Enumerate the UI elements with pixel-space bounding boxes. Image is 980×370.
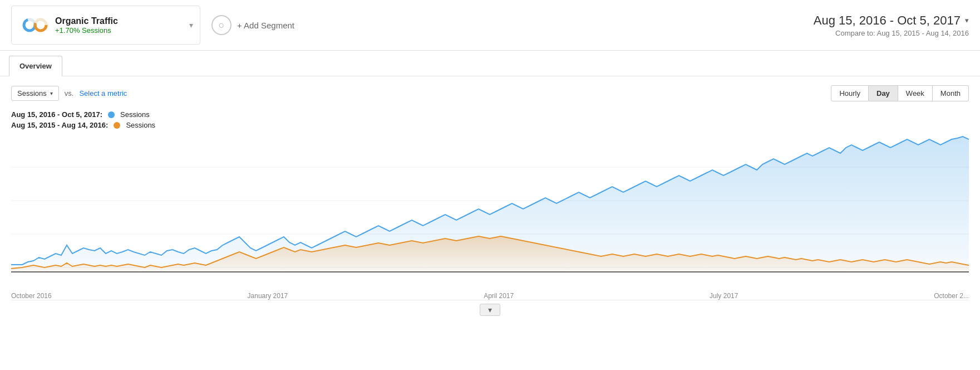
add-segment-button[interactable]: ○ + Add Segment	[211, 15, 294, 35]
segment-panel: Organic Traffic +1.70% Sessions ▾ ○ + Ad…	[11, 6, 814, 45]
x-label-jul2017: July 2017	[710, 292, 738, 300]
x-label-jan2017: January 2017	[248, 292, 288, 300]
date-range-chevron-icon[interactable]: ▾	[965, 16, 969, 25]
compare-range: Aug 15, 2015 - Aug 14, 2016	[876, 29, 969, 37]
controls-row: Sessions ▾ vs. Select a metric Hourly Da…	[0, 76, 980, 106]
metric-label: Sessions	[17, 89, 47, 98]
legend-row-2: Aug 15, 2015 - Aug 14, 2016: Sessions	[11, 121, 969, 129]
legend-dot-orange	[114, 122, 120, 129]
date-range-title[interactable]: Aug 15, 2016 - Oct 5, 2017 ▾	[814, 13, 969, 28]
add-segment-circle-icon: ○	[211, 15, 232, 35]
tab-bar: Overview	[0, 51, 980, 76]
metric-selector: Sessions ▾ vs. Select a metric	[11, 86, 127, 101]
scroll-chevron-icon[interactable]: ▾	[480, 304, 500, 316]
legend-area: Aug 15, 2016 - Oct 5, 2017: Sessions Aug…	[0, 106, 980, 134]
scrollbar-area: ▾	[0, 300, 980, 319]
legend-row-1: Aug 15, 2016 - Oct 5, 2017: Sessions	[11, 110, 969, 119]
date-range-compare: Compare to: Aug 15, 2015 - Aug 14, 2016	[814, 29, 969, 37]
vs-label: vs.	[65, 89, 74, 98]
x-label-apr2017: April 2017	[484, 292, 514, 300]
add-segment-label: + Add Segment	[237, 21, 294, 30]
segment-info: Organic Traffic +1.70% Sessions	[55, 16, 118, 35]
segment-title: Organic Traffic	[55, 16, 118, 26]
compare-prefix: Compare to:	[835, 29, 875, 37]
metric-dropdown[interactable]: Sessions ▾	[11, 86, 59, 101]
legend-metric-1: Sessions	[120, 110, 150, 119]
time-buttons: Hourly Day Week Month	[831, 85, 969, 101]
date-range-main: Aug 15, 2016 - Oct 5, 2017	[814, 13, 961, 28]
x-label-oct2017: October 2...	[934, 292, 969, 300]
time-btn-month[interactable]: Month	[933, 85, 969, 101]
time-btn-day[interactable]: Day	[869, 85, 898, 101]
x-label-oct2016: October 2016	[11, 292, 52, 300]
segment-card[interactable]: Organic Traffic +1.70% Sessions ▾	[11, 6, 200, 45]
legend-metric-2: Sessions	[126, 121, 155, 129]
top-bar: Organic Traffic +1.70% Sessions ▾ ○ + Ad…	[0, 0, 980, 51]
time-btn-hourly[interactable]: Hourly	[831, 85, 869, 101]
segment-chevron-icon[interactable]: ▾	[189, 21, 193, 30]
chart-container	[11, 134, 969, 290]
x-axis-labels: October 2016 January 2017 April 2017 Jul…	[0, 290, 980, 300]
tab-overview[interactable]: Overview	[9, 56, 62, 76]
select-metric-link[interactable]: Select a metric	[79, 89, 127, 98]
metric-dropdown-arrow-icon: ▾	[50, 90, 53, 96]
date-range-area: Aug 15, 2016 - Oct 5, 2017 ▾ Compare to:…	[814, 13, 969, 37]
chart-svg	[11, 134, 969, 290]
sessions-pct: +1.70% Sessions	[55, 26, 118, 35]
legend-date-1: Aug 15, 2016 - Oct 5, 2017:	[11, 110, 102, 119]
legend-date-2: Aug 15, 2015 - Aug 14, 2016:	[11, 121, 108, 129]
organic-traffic-icon	[22, 12, 48, 38]
legend-dot-blue	[108, 111, 115, 118]
time-btn-week[interactable]: Week	[898, 85, 933, 101]
